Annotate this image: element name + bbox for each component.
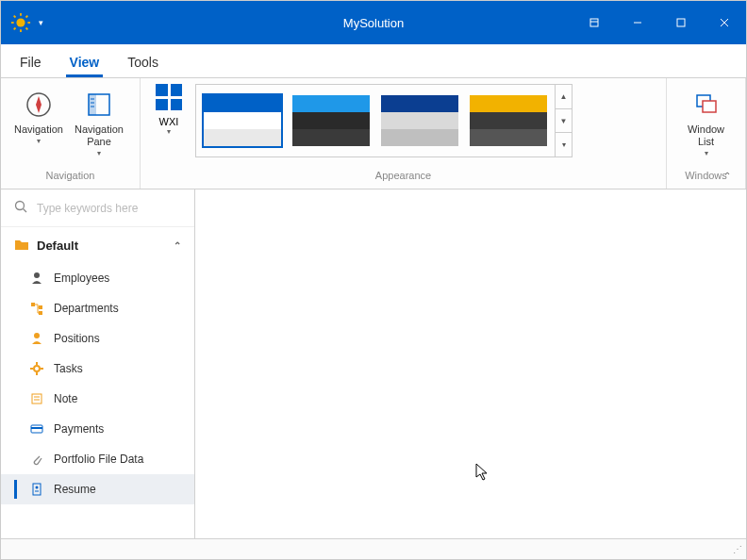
ribbon-group-label: Navigation	[1, 170, 140, 189]
nav-item-label: Portfolio File Data	[54, 453, 143, 466]
content-area	[195, 189, 746, 538]
ribbon-group-navigation: Navigation ▾ Navigation Pane ▾ Navigatio…	[1, 78, 141, 189]
svg-point-0	[16, 18, 25, 26]
tree-icon	[29, 301, 44, 316]
nav-item-departments[interactable]: Departments	[1, 293, 194, 323]
clip-icon	[29, 452, 44, 467]
gear-icon	[29, 361, 44, 376]
theme-swatch-1[interactable]	[290, 93, 372, 148]
nav-item-label: Employees	[54, 272, 109, 285]
search-icon	[14, 200, 27, 217]
gallery-scroll-down[interactable]: ▼	[556, 109, 572, 134]
aux-window-button[interactable]	[573, 1, 616, 44]
svg-line-6	[26, 28, 28, 30]
ribbon-group-label: Appearance	[141, 170, 666, 189]
menu-tabs: File View Tools	[1, 44, 746, 78]
nav-item-label: Resume	[54, 483, 96, 496]
svg-line-7	[14, 28, 16, 30]
search-input[interactable]	[37, 202, 181, 215]
maximize-button[interactable]	[659, 1, 703, 44]
chevron-down-icon: ▾	[97, 149, 101, 157]
window-list-button[interactable]: Window List ▾	[674, 84, 738, 157]
minimize-button[interactable]	[616, 1, 659, 44]
svg-marker-16	[36, 96, 42, 113]
nav-item-payments[interactable]: Payments	[1, 414, 194, 444]
tab-view[interactable]: View	[66, 49, 104, 77]
tab-file[interactable]: File	[16, 49, 45, 77]
theme-gallery	[195, 84, 556, 157]
svg-point-26	[34, 272, 40, 278]
nav-item-note[interactable]: Note	[1, 384, 194, 414]
nav-item-label: Departments	[54, 302, 119, 315]
svg-rect-18	[89, 94, 96, 115]
nav-group-header[interactable]: Default ⌃	[1, 227, 194, 263]
nav-item-portfolio-file-data[interactable]: Portfolio File Data	[1, 444, 194, 474]
svg-rect-36	[32, 394, 42, 404]
ribbon: Navigation ▾ Navigation Pane ▾ Navigatio…	[1, 78, 746, 189]
svg-point-24	[16, 201, 25, 209]
svg-rect-40	[31, 427, 42, 429]
resize-grip-icon[interactable]: ⋰	[733, 544, 740, 554]
nav-item-tasks[interactable]: Tasks	[1, 354, 194, 384]
svg-rect-27	[31, 303, 35, 306]
window-title: MySolution	[343, 16, 404, 30]
main-area: Default ⌃ EmployeesDepartmentsPositionsT…	[1, 189, 746, 538]
card-icon	[29, 421, 44, 436]
pane-icon	[86, 88, 112, 122]
sidebar: Default ⌃ EmployeesDepartmentsPositionsT…	[1, 189, 195, 538]
grid-icon	[156, 84, 182, 110]
ribbon-group-label: Windows	[667, 170, 745, 189]
svg-rect-29	[39, 311, 42, 315]
navigation-pane-button[interactable]: Navigation Pane ▾	[69, 84, 129, 157]
tab-tools[interactable]: Tools	[124, 49, 162, 77]
svg-point-31	[34, 366, 40, 371]
svg-rect-12	[677, 19, 685, 26]
note-icon	[29, 391, 44, 406]
nav-item-label: Positions	[54, 332, 100, 345]
titlebar: ▾ MySolution	[1, 1, 746, 44]
gallery-scroll: ▲ ▼ ▾	[556, 84, 573, 157]
app-icon	[10, 12, 31, 33]
theme-swatch-3[interactable]	[468, 93, 549, 148]
svg-rect-28	[39, 305, 42, 309]
svg-line-8	[26, 16, 28, 18]
chevron-up-icon: ⌃	[174, 240, 181, 251]
navigation-button[interactable]: Navigation ▾	[8, 84, 69, 145]
folder-icon	[14, 238, 29, 254]
gallery-dropdown[interactable]: ▾	[556, 133, 572, 156]
chevron-down-icon: ▾	[167, 127, 171, 136]
compass-icon	[25, 88, 53, 122]
doc-icon	[29, 482, 44, 497]
qat-dropdown[interactable]: ▾	[39, 18, 43, 27]
nav-group-label: Default	[37, 239, 78, 253]
svg-rect-9	[590, 19, 598, 26]
nav-item-label: Note	[54, 392, 77, 405]
person-icon	[29, 271, 44, 286]
chevron-down-icon: ▾	[37, 137, 41, 145]
theme-swatch-2[interactable]	[379, 93, 460, 148]
windows-icon	[693, 88, 720, 122]
close-button[interactable]	[703, 1, 746, 44]
search-row	[1, 189, 194, 227]
statusbar: ⋰	[1, 538, 746, 559]
nav-item-resume[interactable]: Resume	[1, 474, 194, 504]
nav-item-employees[interactable]: Employees	[1, 263, 194, 293]
cursor-icon	[475, 463, 489, 482]
svg-line-5	[14, 16, 16, 18]
theme-swatch-0[interactable]	[202, 93, 283, 148]
svg-rect-41	[33, 484, 41, 495]
svg-point-42	[36, 486, 39, 489]
nav-item-positions[interactable]: Positions	[1, 323, 194, 354]
collapse-ribbon-button[interactable]: ⌃	[723, 171, 731, 181]
chevron-down-icon: ▾	[705, 149, 708, 157]
ribbon-group-appearance: WXI ▾ ▲ ▼ ▾ Appearance	[141, 78, 667, 189]
svg-rect-23	[703, 101, 716, 112]
ribbon-group-windows: Window List ▾ Windows	[667, 78, 746, 189]
person-icon	[29, 331, 44, 346]
svg-point-30	[34, 333, 40, 338]
svg-line-25	[24, 208, 27, 212]
nav-item-label: Tasks	[54, 362, 83, 375]
gallery-scroll-up[interactable]: ▲	[556, 85, 572, 109]
nav-item-label: Payments	[54, 422, 104, 436]
wxi-button[interactable]: WXI ▾	[148, 84, 190, 136]
